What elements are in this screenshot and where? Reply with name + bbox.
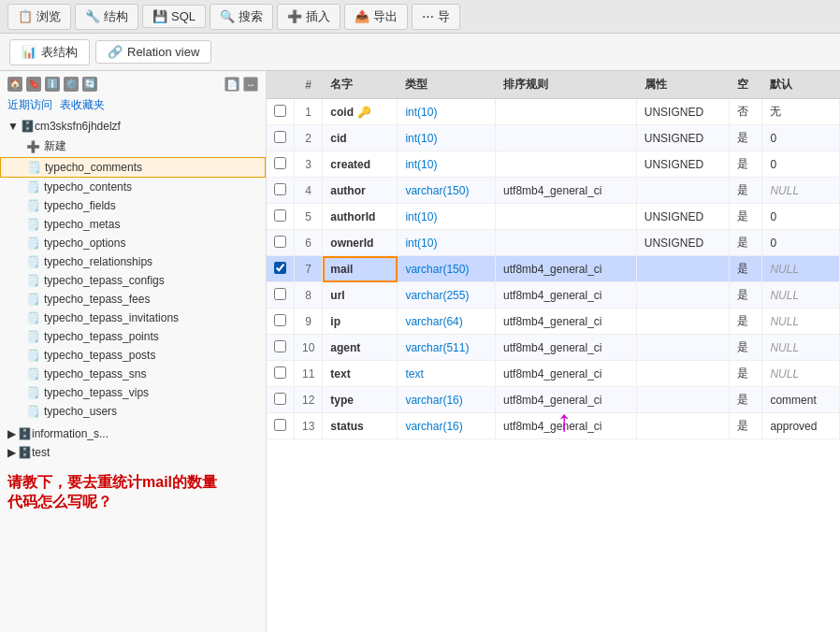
table-label: typecho_metas (44, 218, 120, 231)
row-checkbox-cell[interactable] (267, 361, 295, 387)
row-num: 12 (295, 387, 323, 413)
row-field-name: ip (323, 309, 398, 335)
recent-visits-link[interactable]: 近期访问 (7, 97, 52, 113)
row-checkbox-cell[interactable] (267, 230, 295, 256)
sidebar-table-item-typecho_comments[interactable]: 🗒️typecho_comments (0, 157, 266, 178)
row-checkbox[interactable] (274, 314, 286, 326)
refresh-icon[interactable]: 🔄 (82, 77, 97, 92)
row-num: 8 (295, 282, 323, 309)
row-default: 0 (762, 151, 840, 178)
row-nullable: 否 (729, 99, 762, 125)
expand-icon-btn[interactable]: ↔️ (243, 77, 258, 92)
export-btn[interactable]: 📤 导出 (344, 4, 408, 30)
row-type: int(10) (398, 204, 496, 230)
db-name[interactable]: cm3sksfn6jhdelzf (35, 120, 121, 133)
row-nullable: 是 (729, 256, 762, 282)
sidebar-table-item-typecho_fields[interactable]: 🗒️typecho_fields (0, 196, 266, 215)
row-checkbox-cell[interactable] (267, 413, 295, 439)
table-label: typecho_tepass_posts (44, 349, 155, 362)
row-checkbox-cell[interactable] (267, 204, 295, 230)
settings-icon[interactable]: ⚙️ (64, 77, 79, 92)
structure-btn[interactable]: 🔧 结构 (75, 4, 138, 30)
table-structure-btn[interactable]: 📊 表结构 (9, 39, 90, 65)
row-checkbox[interactable] (274, 105, 286, 117)
table-label: typecho_contents (44, 180, 132, 194)
tree-root-db: ▼ 🗄️ cm3sksfn6jhdelzf (0, 117, 266, 136)
info-icon[interactable]: ℹ️ (45, 77, 60, 92)
search-btn[interactable]: 🔍 搜索 (210, 4, 273, 30)
table-row: 3createdint(10)UNSIGNED是0 (267, 151, 840, 178)
other-db-expand-icon[interactable]: ▶ (7, 427, 16, 440)
row-nullable: 是 (729, 125, 762, 151)
sidebar-table-item-typecho_tepass_fees[interactable]: 🗒️typecho_tepass_fees (0, 290, 266, 309)
table-row: 11texttextutf8mb4_general_ci是NULL (267, 361, 840, 387)
favorites-link[interactable]: 表收藏夹 (60, 97, 105, 113)
home-icon[interactable]: 🏠 (7, 77, 22, 92)
table-label: typecho_tepass_vips (44, 386, 149, 399)
row-checkbox-cell[interactable] (267, 125, 295, 151)
browse-btn[interactable]: 📋 浏览 (7, 4, 71, 30)
sidebar-table-item-typecho_tepass_points[interactable]: 🗒️typecho_tepass_points (0, 327, 266, 346)
new-item-label: 新建 (44, 138, 66, 154)
sidebar-table-item-typecho_users[interactable]: 🗒️typecho_users (0, 402, 266, 421)
sidebar-table-item-typecho_tepass_configs[interactable]: 🗒️typecho_tepass_configs (0, 271, 266, 290)
row-collation (496, 99, 637, 125)
bookmark-icon[interactable]: 🔖 (26, 77, 41, 92)
insert-btn[interactable]: ➕ 插入 (277, 4, 340, 30)
row-type: int(10) (398, 99, 496, 125)
sql-btn[interactable]: 💾 SQL (142, 5, 206, 28)
row-checkbox-cell[interactable] (267, 178, 295, 204)
table-row: 12typevarchar(16)utf8mb4_general_ci是comm… (267, 387, 840, 413)
more-btn[interactable]: ⋯ 导 (412, 4, 460, 30)
row-checkbox-cell[interactable] (267, 309, 295, 335)
row-checkbox[interactable] (274, 262, 286, 274)
row-default: 无 (762, 99, 840, 125)
sidebar-table-item-typecho_metas[interactable]: 🗒️typecho_metas (0, 215, 266, 234)
table-label: typecho_users (44, 405, 117, 418)
sidebar-table-item-typecho_tepass_sns[interactable]: 🗒️typecho_tepass_sns (0, 365, 266, 383)
sidebar-table-item-typecho_tepass_invitations[interactable]: 🗒️typecho_tepass_invitations (0, 309, 266, 327)
sidebar-icon-row: 🏠 🔖 ℹ️ ⚙️ 🔄 📄 ↔️ (0, 75, 266, 93)
row-checkbox[interactable] (274, 131, 286, 143)
row-checkbox-cell[interactable] (267, 99, 295, 125)
row-collation (496, 230, 637, 256)
test-db-name[interactable]: test (32, 446, 50, 459)
sidebar-table-item-typecho_contents[interactable]: 🗒️typecho_contents (0, 178, 266, 196)
row-checkbox-cell[interactable] (267, 335, 295, 361)
row-checkbox[interactable] (274, 340, 286, 352)
sidebar-table-item-typecho_tepass_posts[interactable]: 🗒️typecho_tepass_posts (0, 346, 266, 365)
sidebar-table-item-typecho_relationships[interactable]: 🗒️typecho_relationships (0, 252, 266, 271)
row-type: varchar(150) (398, 178, 496, 204)
relation-view-btn[interactable]: 🔗 Relation view (95, 40, 211, 64)
row-field-name: text (323, 361, 398, 387)
other-db: ▶ 🗄️ information_s... (0, 424, 266, 443)
other-db-name[interactable]: information_s... (32, 427, 109, 440)
row-nullable: 是 (729, 282, 762, 309)
collapse-icon-btn[interactable]: 📄 (224, 77, 239, 92)
row-checkbox[interactable] (274, 393, 286, 405)
table-icon: 🗒️ (26, 293, 40, 306)
sidebar-table-item-typecho_tepass_vips[interactable]: 🗒️typecho_tepass_vips (0, 383, 266, 402)
row-checkbox[interactable] (274, 366, 286, 379)
row-checkbox-cell[interactable] (267, 256, 295, 282)
row-checkbox[interactable] (274, 236, 286, 248)
row-checkbox[interactable] (274, 209, 286, 222)
row-checkbox-cell[interactable] (267, 282, 295, 309)
row-checkbox[interactable] (274, 288, 286, 300)
key-icon: 🔑 (357, 106, 371, 119)
row-type: text (398, 361, 496, 387)
table-label: typecho_options (44, 237, 125, 250)
row-checkbox-cell[interactable] (267, 387, 295, 413)
test-db-expand-icon[interactable]: ▶ (7, 446, 16, 459)
row-checkbox[interactable] (274, 419, 286, 431)
tree-expand-icon[interactable]: ▼ (7, 120, 19, 133)
new-item[interactable]: ➕ 新建 (0, 136, 266, 157)
annotation-line2: 代码怎么写呢？ (7, 493, 258, 512)
row-nullable: 是 (729, 387, 762, 413)
sidebar-table-item-typecho_options[interactable]: 🗒️typecho_options (0, 234, 266, 252)
row-checkbox[interactable] (274, 157, 286, 169)
sql-icon: 💾 (152, 9, 167, 23)
row-type: int(10) (398, 151, 496, 178)
row-checkbox[interactable] (274, 183, 286, 195)
row-checkbox-cell[interactable] (267, 151, 295, 178)
